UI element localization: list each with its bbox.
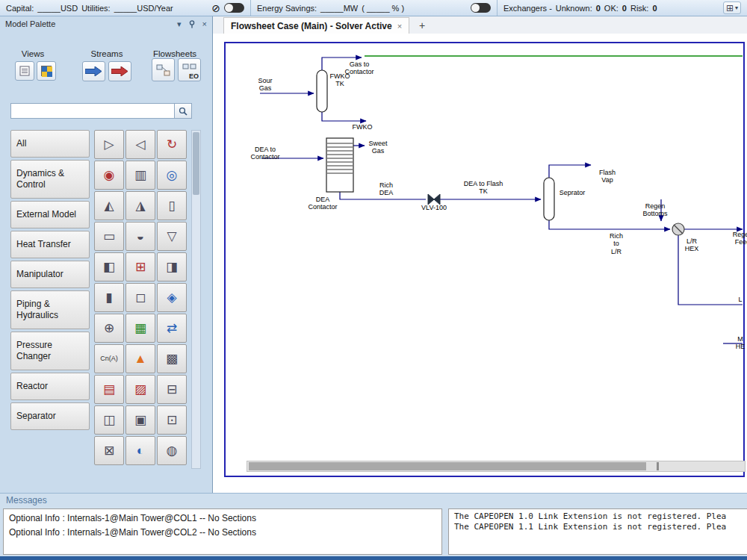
subflowsheet-button[interactable] bbox=[152, 58, 175, 81]
palette-category[interactable]: Piping & Hydraulics bbox=[10, 290, 90, 329]
ok-label: OK: bbox=[604, 4, 619, 13]
stream-label[interactable]: Flash Vap bbox=[599, 169, 616, 184]
stream-label[interactable]: DEA to Flash TK bbox=[464, 180, 503, 196]
palette-icon-tank[interactable]: ◒ bbox=[125, 222, 155, 251]
unknown-count: 0 bbox=[596, 4, 601, 13]
palette-icon-hydrocyclone[interactable]: ◈ bbox=[157, 283, 187, 312]
palette-scrollbar-thumb[interactable] bbox=[193, 132, 199, 195]
material-stream-button[interactable] bbox=[82, 61, 105, 81]
palette-icon-multistream-exchanger[interactable]: ▨ bbox=[125, 375, 155, 404]
stream-label[interactable]: Regen Bottoms bbox=[642, 202, 667, 218]
palette-icon-vertical-vessel[interactable]: ▯ bbox=[157, 191, 187, 220]
message-line: The CAPEOPEN 1.1 Link Extension is not r… bbox=[454, 522, 746, 532]
chevron-down-icon: ▾ bbox=[735, 4, 738, 11]
palette-icon-compressor[interactable]: ◁ bbox=[125, 130, 155, 159]
stream-label[interactable]: Sour Gas bbox=[258, 77, 272, 93]
separator-vessel[interactable] bbox=[544, 178, 554, 220]
messages-log[interactable]: Optional Info : Internals-1@Main Tower@C… bbox=[3, 508, 442, 555]
horizontal-scrollbar[interactable] bbox=[247, 461, 746, 472]
palette-icon-horizontal-vessel[interactable]: ▭ bbox=[94, 222, 124, 251]
energy-stream-button[interactable] bbox=[108, 61, 131, 81]
palette-category[interactable]: Heat Transfer bbox=[10, 231, 90, 258]
flowsheet-canvas[interactable]: Sour GasGas to ContactorFWKO TKFWKODEA t… bbox=[213, 34, 747, 493]
stream-label[interactable]: L/R HEX bbox=[685, 237, 699, 253]
fwko-tk-vessel[interactable] bbox=[317, 70, 327, 112]
palette-icon-fired-heater[interactable]: ▲ bbox=[125, 344, 155, 373]
palette-icon-recycle[interactable]: ↻ bbox=[157, 130, 187, 159]
palette-icon-absorber[interactable]: ◫ bbox=[94, 405, 124, 435]
tab-flowsheet-case-main[interactable]: Flowsheet Case (Main) - Solver Active × bbox=[223, 17, 409, 34]
flowsheet-drawing[interactable] bbox=[213, 34, 747, 493]
palette-icon-distillation-column[interactable]: ⊡ bbox=[157, 405, 187, 435]
vlv-100-valve[interactable] bbox=[428, 194, 440, 205]
stream-label[interactable]: DEA to Contactor bbox=[250, 146, 279, 161]
pfd-frame-border bbox=[225, 43, 744, 476]
palette-icon-case-study[interactable]: Cn(A) bbox=[94, 344, 124, 373]
palette-icon-cone-vessel[interactable]: ▽ bbox=[157, 222, 187, 251]
palette-scrollbar[interactable] bbox=[191, 130, 201, 469]
palette-category[interactable]: Dynamics & Control bbox=[10, 160, 90, 199]
stream-label[interactable]: Rich DEA bbox=[379, 181, 394, 197]
extension-warnings-log[interactable]: The CAPEOPEN 1.0 Link Extension is not r… bbox=[448, 508, 747, 555]
palette-icon-shell-tube-exchanger[interactable]: ⊟ bbox=[157, 375, 187, 404]
search-button[interactable] bbox=[175, 103, 192, 119]
stream-label[interactable]: VLV-100 bbox=[421, 204, 447, 211]
palette-icon-motor[interactable]: ▥ bbox=[125, 161, 155, 190]
stream-label[interactable]: Sweet Gas bbox=[368, 140, 387, 155]
palette-icon-plate-exchanger[interactable]: ▤ bbox=[94, 375, 124, 404]
stream-label[interactable]: FWKO bbox=[353, 123, 373, 131]
palette-icon-spreadsheet[interactable]: ▦ bbox=[125, 314, 155, 343]
exchangers-section: Exchangers - Unknown: 0 OK: 0 Risk: 0 ⊞ … bbox=[498, 0, 747, 16]
message-line: The CAPEOPEN 1.0 Link Extension is not r… bbox=[454, 511, 746, 522]
new-tab-button[interactable]: + bbox=[416, 19, 428, 31]
pin-icon[interactable] bbox=[188, 20, 196, 28]
economics-toggle[interactable] bbox=[224, 3, 244, 13]
palette-icon-mixer[interactable]: ◭ bbox=[94, 191, 124, 220]
lr-hex-exchanger[interactable] bbox=[672, 223, 684, 235]
palette-category[interactable]: Separator bbox=[10, 402, 90, 430]
stream-label[interactable]: DEA Contactor bbox=[308, 196, 337, 211]
risk-count: 0 bbox=[652, 4, 657, 13]
stream-label[interactable]: Rich to L/R bbox=[610, 232, 623, 255]
stream-label[interactable]: Regen Feed bbox=[733, 231, 747, 246]
eo-subflowsheet-button[interactable]: EO bbox=[178, 58, 201, 81]
status-bar bbox=[0, 556, 747, 560]
palette-icon-lng-exchanger[interactable]: ▩ bbox=[157, 344, 187, 373]
palette-icon-heat-exchanger[interactable]: ⊞ bbox=[125, 252, 155, 281]
palette-icon-tee[interactable]: ◮ bbox=[125, 191, 155, 220]
palette-icon-recycle-adjust[interactable]: ⇄ bbox=[157, 314, 187, 343]
stream-label[interactable]: FWKO TK bbox=[330, 72, 350, 88]
energy-toggle[interactable] bbox=[471, 3, 491, 13]
palette-icon-three-phase-separator[interactable]: ⊠ bbox=[94, 436, 124, 465]
palette-icon-rotating-op[interactable]: ◉ bbox=[94, 161, 124, 190]
capital-utilities-section: Capital: _____USD Utilities: _____USD/Ye… bbox=[0, 0, 251, 16]
palette-category[interactable]: Manipulator bbox=[10, 261, 90, 288]
stream-label[interactable]: L bbox=[738, 296, 742, 303]
stream-label[interactable]: M HE bbox=[736, 335, 746, 351]
palette-icon-shortcut-column[interactable]: ◍ bbox=[157, 436, 187, 465]
dea-contactor-column[interactable] bbox=[326, 138, 353, 192]
view-list-button[interactable] bbox=[15, 61, 34, 81]
palette-icon-expander[interactable]: ▷ bbox=[94, 130, 124, 159]
palette-icon-component-splitter[interactable]: ◐ bbox=[125, 436, 155, 465]
palette-icon-conveyor[interactable]: ◧ bbox=[94, 252, 124, 281]
palette-icon-reboiled-absorber[interactable]: ▣ bbox=[125, 405, 155, 435]
exchanger-settings-button[interactable]: ⊞ ▾ bbox=[723, 1, 741, 14]
prohibit-icon: ⊘ bbox=[211, 3, 220, 13]
close-icon[interactable]: × bbox=[202, 19, 207, 28]
palette-category[interactable]: Pressure Changer bbox=[10, 332, 90, 370]
palette-icon-cooler[interactable]: ◎ bbox=[157, 161, 187, 190]
palette-dropdown-icon[interactable]: ▾ bbox=[177, 19, 182, 29]
stream-label[interactable]: Seprator bbox=[560, 189, 586, 196]
palette-category[interactable]: All bbox=[10, 130, 90, 158]
tab-close-icon[interactable]: × bbox=[397, 22, 402, 31]
palette-search-input[interactable] bbox=[10, 103, 175, 119]
palette-icon-air-cooler[interactable]: ◨ bbox=[157, 252, 187, 281]
horizontal-scrollbar-thumb[interactable] bbox=[249, 462, 646, 470]
palette-category[interactable]: Reactor bbox=[10, 373, 90, 400]
view-grid-button[interactable] bbox=[37, 61, 56, 81]
palette-icon-adjust[interactable]: ⊕ bbox=[94, 314, 124, 343]
palette-icon-pipe-segment[interactable]: ▮ bbox=[94, 283, 124, 312]
palette-category[interactable]: External Model bbox=[10, 201, 90, 228]
palette-icon-drum[interactable]: ◻ bbox=[125, 283, 155, 312]
